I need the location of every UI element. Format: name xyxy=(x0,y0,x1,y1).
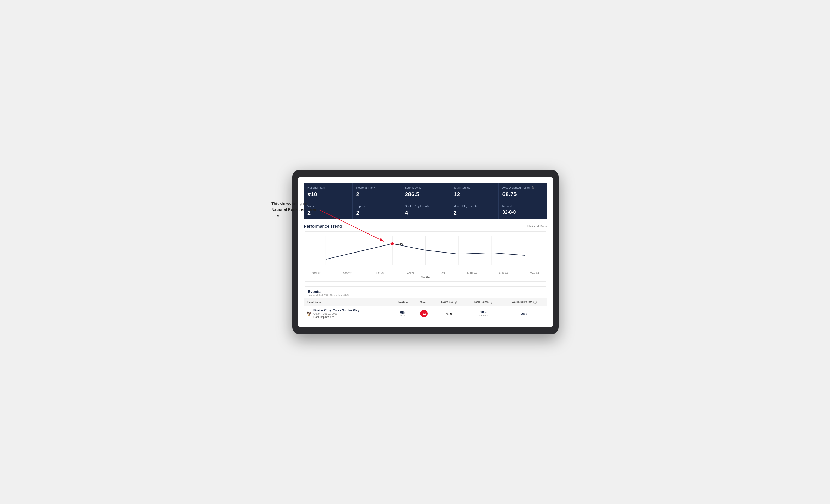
chart-x-labels: OCT 23 NOV 23 DEC 23 JAN 24 FEB 24 MAR 2… xyxy=(309,272,542,275)
events-table-head: Event Name Position Score Event SG i xyxy=(304,298,547,306)
event-score-cell: -22 xyxy=(414,306,433,322)
content-area: National Rank #10 Regional Rank 2 Scorin… xyxy=(297,177,553,327)
stat-match-play-events-label: Match Play Events xyxy=(454,204,495,208)
performance-trend-header: Performance Trend National Rank xyxy=(304,224,547,229)
stat-match-play-events: Match Play Events 2 xyxy=(450,201,499,220)
event-cell-main: 🦅 Buster Cozy Cup – Stroke Play Oct 9 – … xyxy=(307,309,388,318)
events-header: Events Last updated: 24th November 2023 xyxy=(304,287,547,298)
x-label-oct23: OCT 23 xyxy=(312,272,321,275)
x-label-apr24: APR 24 xyxy=(499,272,508,275)
stat-scoring-avg-label: Scoring Avg. xyxy=(405,186,446,190)
event-name: Buster Cozy Cup – Stroke Play xyxy=(314,309,359,312)
events-table-header-row: Event Name Position Score Event SG i xyxy=(304,298,547,306)
stat-national-rank-value: #10 xyxy=(308,191,349,198)
stat-record-label: Record xyxy=(502,204,543,208)
tooltip-highlight: National Rank xyxy=(272,207,297,211)
events-last-updated: Last updated: 24th November 2023 xyxy=(308,294,543,297)
stat-national-rank: National Rank #10 xyxy=(304,182,352,201)
stat-record-value: 32-8-0 xyxy=(502,209,543,215)
event-icon: 🦅 xyxy=(307,311,312,316)
stats-grid: National Rank #10 Regional Rank 2 Scorin… xyxy=(304,182,547,220)
event-weighted-points-cell: 28.3 xyxy=(502,306,547,322)
stat-scoring-avg-value: 286.5 xyxy=(405,191,446,198)
x-label-may24: MAY 24 xyxy=(530,272,539,275)
col-total-points: Total Points i xyxy=(465,298,502,306)
event-sg-cell: 0.45 xyxy=(433,306,465,322)
event-total-points-sub: 3 Rounds xyxy=(468,314,499,317)
chart-marker-dot xyxy=(391,242,394,245)
event-total-points-cell: 28.3 3 Rounds xyxy=(465,306,502,322)
stat-top3s-label: Top 3s xyxy=(356,204,397,208)
stat-stroke-play-events-label: Stroke Play Events xyxy=(405,204,446,208)
event-position-value: 6th xyxy=(393,310,412,314)
stat-avg-weighted-points-label: Avg. Weighted Points i xyxy=(502,186,543,190)
table-row: 🦅 Buster Cozy Cup – Stroke Play Oct 9 – … xyxy=(304,306,547,322)
performance-trend-subtitle: National Rank xyxy=(528,225,547,228)
stat-record: Record 32-8-0 xyxy=(499,201,547,220)
performance-chart-svg: #10 xyxy=(309,236,542,270)
stat-total-rounds-value: 12 xyxy=(454,191,495,198)
stat-top3s: Top 3s 2 xyxy=(353,201,401,220)
events-table-body: 🦅 Buster Cozy Cup – Stroke Play Oct 9 – … xyxy=(304,306,547,322)
tooltip-text-part1: This shows you your xyxy=(272,201,307,206)
chart-marker-label: #10 xyxy=(397,242,403,245)
weighted-points-info-icon: i xyxy=(534,301,537,304)
stat-match-play-events-value: 2 xyxy=(454,209,495,216)
stat-avg-weighted-points: Avg. Weighted Points i 68.75 xyxy=(499,182,547,201)
col-score: Score xyxy=(414,298,433,306)
tablet-screen: National Rank #10 Regional Rank 2 Scorin… xyxy=(297,177,553,327)
chart-x-axis-title: Months xyxy=(309,276,542,279)
event-position-sub: out of 7 xyxy=(393,314,412,317)
stat-total-rounds-label: Total Rounds xyxy=(454,186,495,190)
col-event-name: Event Name xyxy=(304,298,391,306)
col-position: Position xyxy=(391,298,414,306)
event-details: Buster Cozy Cup – Stroke Play Oct 9 – Oc… xyxy=(314,309,359,318)
stat-regional-rank-value: 2 xyxy=(356,191,397,198)
total-points-info-icon: i xyxy=(490,301,493,304)
events-table: Event Name Position Score Event SG i xyxy=(304,298,547,321)
event-score-badge: -22 xyxy=(420,310,427,317)
outer-wrapper: This shows you your National Rank trend … xyxy=(272,170,558,335)
x-label-nov23: NOV 23 xyxy=(343,272,353,275)
stat-stroke-play-events-value: 4 xyxy=(405,209,446,216)
stats-row-1: National Rank #10 Regional Rank 2 Scorin… xyxy=(304,182,547,201)
col-weighted-points: Weighted Points i xyxy=(502,298,547,306)
events-section: Events Last updated: 24th November 2023 … xyxy=(304,287,547,322)
x-label-feb24: FEB 24 xyxy=(437,272,445,275)
chart-area: #10 xyxy=(309,236,542,270)
event-rank-impact: Rank Impact: 3 ▼ xyxy=(314,316,359,318)
event-sg-info-icon: i xyxy=(454,301,457,304)
event-sg-value: 0.45 xyxy=(446,312,452,315)
stat-total-rounds: Total Rounds 12 xyxy=(450,182,499,201)
performance-trend-title: Performance Trend xyxy=(304,224,342,229)
event-name-cell: 🦅 Buster Cozy Cup – Stroke Play Oct 9 – … xyxy=(304,306,391,322)
stat-regional-rank-label: Regional Rank xyxy=(356,186,397,190)
tooltip-annotation: This shows you your National Rank trend … xyxy=(272,201,324,219)
event-weighted-points-value: 28.3 xyxy=(521,312,528,316)
col-event-sg: Event SG i xyxy=(433,298,465,306)
avg-weighted-info-icon: i xyxy=(531,186,534,190)
chart-container: #10 OCT 23 NOV 23 DEC 23 JAN 24 FEB 24 M… xyxy=(304,231,547,282)
x-label-mar24: MAR 24 xyxy=(467,272,477,275)
stats-row-2: Wins 2 Top 3s 2 Stroke Play Events 4 M xyxy=(304,201,547,220)
x-label-jan24: JAN 24 xyxy=(406,272,414,275)
stat-top3s-value: 2 xyxy=(356,209,397,216)
stat-stroke-play-events: Stroke Play Events 4 xyxy=(401,201,450,220)
event-position-cell: 6th out of 7 xyxy=(391,306,414,322)
stat-avg-weighted-points-value: 68.75 xyxy=(502,191,543,198)
events-title: Events xyxy=(308,289,543,294)
event-total-points-value: 28.3 xyxy=(468,310,499,314)
stat-regional-rank: Regional Rank 2 xyxy=(353,182,401,201)
stat-scoring-avg: Scoring Avg. 286.5 xyxy=(401,182,450,201)
x-label-dec23: DEC 23 xyxy=(375,272,384,275)
event-date: Oct 9 – Oct 10, 2023 xyxy=(314,312,359,315)
stat-national-rank-label: National Rank xyxy=(308,186,349,190)
tablet-frame: National Rank #10 Regional Rank 2 Scorin… xyxy=(292,170,558,335)
